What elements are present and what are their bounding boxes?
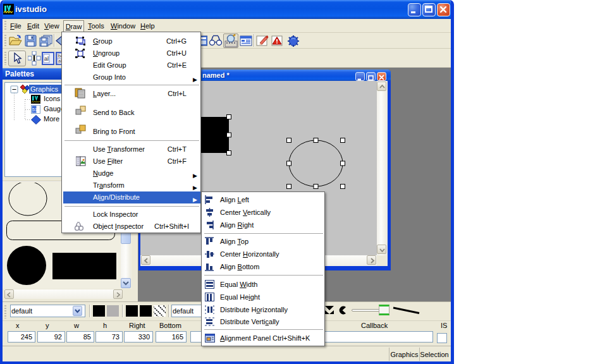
svg-text:al: al bbox=[44, 56, 49, 62]
svg-text:51: 51 bbox=[32, 107, 37, 112]
